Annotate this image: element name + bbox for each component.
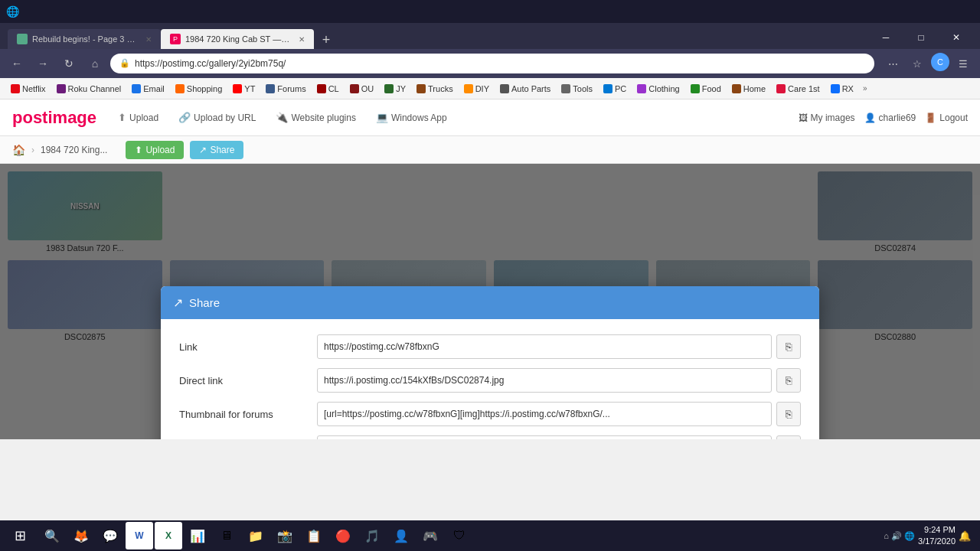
bookmark-icon-home	[732, 84, 741, 93]
notification-icon[interactable]: 🔔	[959, 530, 971, 542]
bookmark-pc[interactable]: PC	[599, 83, 631, 95]
bookmark-ou[interactable]: OU	[345, 83, 379, 95]
taskbar-messages[interactable]: 💬	[96, 522, 124, 549]
bookmark-tools[interactable]: Tools	[557, 83, 597, 95]
tab-0[interactable]: Rebuild begins! - Page 3 - 720... ✕	[8, 29, 161, 49]
tab-close-0[interactable]: ✕	[145, 35, 152, 44]
minimize-button[interactable]: ─	[868, 26, 903, 49]
bookmark-trucks[interactable]: Trucks	[412, 83, 458, 95]
taskbar-firefox[interactable]: 🦊	[67, 522, 95, 549]
bookmark-care[interactable]: Care 1st	[772, 83, 825, 95]
username-button[interactable]: 👤 charlie69	[864, 112, 916, 123]
share-input-wrap-link: ⎘	[317, 334, 801, 359]
bookmark-home[interactable]: Home	[727, 83, 770, 95]
forward-button[interactable]: →	[32, 53, 54, 74]
bookmark-diy[interactable]: DIY	[459, 83, 494, 95]
tab-label-0: Rebuild begins! - Page 3 - 720...	[32, 34, 138, 44]
action-buttons: ⬆ Upload ↗ Share	[126, 141, 243, 159]
bookmark-jy[interactable]: JY	[380, 83, 410, 95]
bookmark-email[interactable]: Email	[127, 83, 169, 95]
share-icon: ↗	[173, 295, 183, 310]
refresh-button[interactable]: ↻	[58, 53, 80, 74]
share-input-wrap-direct: ⎘	[317, 368, 801, 393]
bookmark-food[interactable]: Food	[686, 83, 726, 95]
new-tab-button[interactable]: +	[317, 31, 335, 49]
my-images-button[interactable]: 🖼 My images	[799, 112, 855, 123]
bookmarks-overflow[interactable]: »	[860, 83, 871, 94]
upload-icon: ⬆	[118, 112, 126, 123]
copy-btn-link[interactable]: ⎘	[776, 334, 801, 359]
copy-btn-thumb-forums[interactable]: ⎘	[776, 402, 801, 426]
dialog-title: Share	[189, 296, 220, 309]
windows-icon: 💻	[376, 112, 388, 123]
taskbar-game[interactable]: 🎮	[416, 522, 444, 549]
page-share-button[interactable]: ↗ Share	[190, 141, 243, 159]
avatar-button[interactable]: C	[931, 53, 949, 71]
bookmark-auto[interactable]: Auto Parts	[495, 83, 555, 95]
taskbar-clipboard[interactable]: 📋	[300, 522, 328, 549]
copy-btn-direct[interactable]: ⎘	[776, 368, 801, 393]
share-input-link[interactable]	[317, 334, 772, 359]
bookmark-icon-pc	[603, 84, 612, 93]
copy-btn-thumb-website[interactable]: ⎘	[776, 435, 801, 439]
taskbar-monitor[interactable]: 🖥	[213, 522, 240, 549]
taskbar-folder[interactable]: 📁	[242, 522, 270, 549]
bookmark-label-trucks: Trucks	[428, 84, 453, 93]
start-button[interactable]: ⊞	[3, 522, 37, 549]
bookmark-clothing[interactable]: Clothing	[632, 83, 684, 95]
website-plugins-button[interactable]: 🔌 Website plugins	[266, 107, 365, 128]
bookmark-icon-shopping	[175, 84, 185, 93]
menu-button[interactable]: ☰	[952, 53, 974, 74]
taskbar-red[interactable]: 🔴	[329, 522, 357, 549]
taskbar-user[interactable]: 👤	[387, 522, 415, 549]
breadcrumb-bar: 🏠 › 1984 720 King... ⬆ Upload ↗ Share	[0, 136, 980, 164]
bookmark-label-forums: Forums	[277, 84, 305, 93]
maximize-button[interactable]: □	[903, 26, 939, 49]
header-user: 🖼 My images 👤 charlie69 🚪 Logout	[799, 112, 968, 123]
bookmark-netflix[interactable]: Netflix	[6, 83, 51, 95]
bookmark-cl[interactable]: CL	[312, 83, 344, 95]
windows-app-button[interactable]: 💻 Windows App	[367, 107, 456, 128]
share-btn-icon: ↗	[199, 145, 207, 155]
taskbar-excel[interactable]: X	[155, 522, 182, 549]
titlebar: 🌐	[0, 0, 980, 23]
breadcrumb-separator: ›	[31, 145, 34, 155]
taskbar-word[interactable]: W	[126, 522, 153, 549]
taskbar-search[interactable]: 🔍	[38, 522, 66, 549]
site-logo[interactable]: postimage	[12, 108, 96, 128]
share-row-direct: Direct link ⎘	[179, 368, 801, 393]
tab-close-1[interactable]: ✕	[299, 35, 305, 44]
window-close-button[interactable]: ✕	[939, 26, 974, 49]
taskbar-chart[interactable]: 📊	[184, 522, 211, 549]
bookmark-roku[interactable]: Roku Channel	[52, 83, 126, 95]
taskbar-shield[interactable]: 🛡	[446, 522, 473, 549]
address-field[interactable]: 🔒 https://postimg.cc/gallery/2yi2bm75q/	[110, 54, 874, 73]
address-bar: ← → ↻ ⌂ 🔒 https://postimg.cc/gallery/2yi…	[0, 49, 980, 78]
bookmark-rx[interactable]: RX	[826, 83, 858, 95]
bookmark-icon-care	[776, 84, 786, 93]
bookmark-forums[interactable]: Forums	[261, 83, 310, 95]
bookmark-yt[interactable]: YT	[228, 83, 260, 95]
tab-1[interactable]: P 1984 720 King Cab ST — Postin... ✕	[161, 29, 314, 49]
extensions-button[interactable]: ⋯	[882, 53, 903, 74]
page-upload-button[interactable]: ⬆ Upload	[126, 141, 184, 159]
logout-button[interactable]: 🚪 Logout	[925, 112, 968, 123]
breadcrumb-current: 1984 720 King...	[41, 145, 107, 155]
bookmark-label-rx: RX	[842, 84, 854, 93]
bookmark-shopping[interactable]: Shopping	[171, 83, 227, 95]
taskbar-music[interactable]: 🎵	[358, 522, 386, 549]
share-input-thumb-forums[interactable]	[317, 402, 772, 426]
home-button[interactable]: ⌂	[84, 53, 106, 74]
bookmark-label-tools: Tools	[573, 84, 593, 93]
back-button[interactable]: ←	[6, 53, 28, 74]
breadcrumb-home-icon[interactable]: 🏠	[12, 144, 25, 156]
tab-favicon-1: P	[170, 34, 181, 44]
bookmark-icon-jy	[384, 84, 394, 93]
share-input-thumb-website[interactable]	[317, 435, 772, 439]
upload-button[interactable]: ⬆ Upload	[109, 107, 168, 128]
share-input-wrap-thumb-forums: ⎘	[317, 402, 801, 426]
upload-url-button[interactable]: 🔗 Upload by URL	[169, 107, 265, 128]
bookmark-button[interactable]: ☆	[906, 53, 928, 74]
taskbar-photos[interactable]: 📸	[271, 522, 299, 549]
share-input-direct[interactable]	[317, 368, 772, 393]
